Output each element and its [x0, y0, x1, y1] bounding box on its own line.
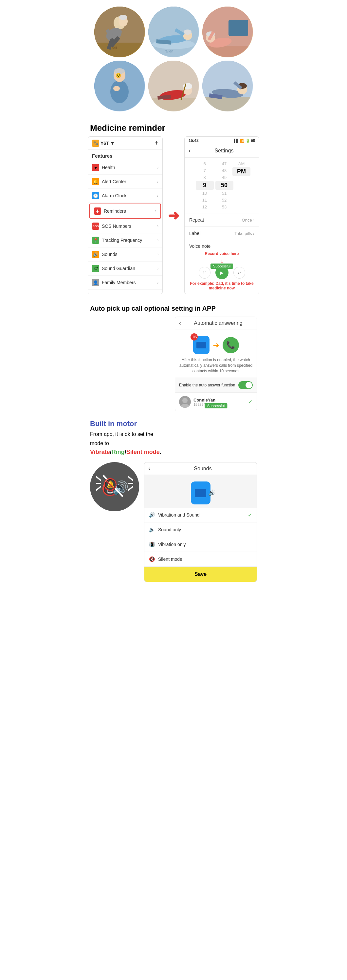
red-arrow-icon: ➜ — [168, 207, 179, 224]
feature-item-family[interactable]: 👤 Family Members › — [88, 276, 162, 290]
auto-pickup-section: Auto pick up call optional setting in AP… — [85, 299, 262, 415]
sounds-panel: ‹ Sounds 🔊 🔊 Vibration and Sound ✓ 🔈 — [144, 462, 257, 582]
svg-point-30 — [113, 86, 120, 91]
svg-point-27 — [110, 80, 128, 103]
label-row[interactable]: Label Take pills › — [185, 227, 259, 240]
alert-label: Alert Center — [102, 179, 157, 184]
silent-mode-text: Silent mode — [126, 449, 160, 455]
label-value: Take pills › — [235, 231, 254, 236]
minute-column[interactable]: 47 48 49 50 51 52 53 — [214, 160, 234, 210]
alert-chevron: › — [157, 179, 158, 184]
ampm-am[interactable]: AM — [238, 160, 245, 167]
example-text: For example: Dad, it's time to take medi… — [189, 281, 254, 290]
auto-back-button[interactable]: ‹ — [179, 320, 181, 326]
sounds-header: ‹ Sounds — [144, 463, 257, 475]
circles-row-bottom: 😣 — [89, 60, 258, 111]
phone-left-panel: 🐾 Y6T ▼ + Features ♥ Health › 🔔 Alert Ce… — [88, 136, 163, 294]
svg-point-15 — [184, 30, 192, 35]
feature-item-alert[interactable]: 🔔 Alert Center › — [88, 175, 162, 189]
family-chevron: › — [157, 280, 158, 285]
voice-note-section: Voice note Record voice here ↓ 4'' ▶ ↩ S… — [185, 240, 259, 294]
feature-item-health[interactable]: ♥ Health › — [88, 161, 162, 175]
toggle-label-text: Enable the auto answer function — [179, 383, 238, 387]
health-label: Health — [102, 165, 157, 170]
label-field-label: Label — [189, 231, 200, 236]
status-right: ▌▌ 📶 🔋 95 — [234, 138, 255, 143]
auto-answering-title: Automatic answering — [184, 320, 253, 326]
logo-icon: 🐾 — [92, 140, 99, 147]
alarm-label: Alarm Clock — [102, 193, 157, 198]
hour-10: 10 — [202, 190, 207, 197]
replay-button[interactable]: ↩ — [233, 267, 245, 278]
svg-point-47 — [181, 404, 190, 408]
sounds-icon-area: 🔊 — [144, 475, 257, 508]
time-picker[interactable]: 6 7 8 9 10 11 12 47 48 49 50 51 52 53 — [185, 158, 259, 213]
add-button[interactable]: + — [155, 139, 158, 147]
sound-option-vibration-and-sound[interactable]: 🔊 Vibration and Sound ✓ — [144, 508, 257, 522]
feature-item-alarm[interactable]: 🕐 Alarm Clock › — [88, 189, 162, 203]
repeat-label: Repeat — [189, 217, 204, 223]
reminders-chevron: › — [155, 209, 157, 213]
tracking-label: Tracking Frequency — [102, 238, 157, 243]
dropdown-arrow[interactable]: ▼ — [110, 141, 115, 146]
vibration-sound-icon: 🔊 — [149, 512, 155, 518]
feature-item-sos[interactable]: SOS SOS Numbers › — [88, 219, 162, 233]
repeat-row[interactable]: Repeat Once › — [185, 213, 259, 227]
settings-title-text: Settings — [193, 148, 255, 154]
family-label: Family Members — [102, 280, 157, 285]
sound-wave-icon: 🔊 — [208, 489, 215, 496]
watch-screen — [196, 342, 206, 348]
feature-item-reminders[interactable]: ✚ Reminders › — [89, 204, 161, 219]
sound-option-silent-mode[interactable]: 🔇 Silent mode — [144, 552, 257, 567]
timer-button[interactable]: 4'' — [199, 267, 211, 278]
back-arrow-button[interactable]: ‹ — [189, 147, 190, 154]
sound-option-vibration-only[interactable]: 📳 Vibration only — [144, 537, 257, 552]
feature-item-sounds[interactable]: 🔊 Sounds › — [88, 247, 162, 262]
reminders-label: Reminders — [104, 208, 155, 214]
toggle-switch[interactable] — [238, 381, 253, 389]
svg-rect-20 — [228, 20, 248, 36]
svg-line-48 — [97, 477, 100, 480]
hour-8: 8 — [203, 174, 206, 181]
svg-line-50 — [97, 487, 100, 490]
ampm-pm-selected[interactable]: PM — [233, 167, 250, 176]
sound-option-sound-only[interactable]: 🔈 Sound only — [144, 522, 257, 537]
svg-text:fallen: fallen — [165, 49, 173, 53]
feature-item-guardian[interactable]: 🛡 Sound Guardian › — [88, 262, 162, 276]
hour-11: 11 — [202, 197, 207, 204]
voice-controls: 4'' ▶ ↩ Successful — [189, 266, 254, 279]
contact-avatar — [179, 396, 191, 408]
battery-value: 95 — [251, 138, 255, 143]
min-49: 49 — [222, 174, 227, 181]
svg-rect-1 — [94, 43, 145, 57]
motor-desc-line1: From app, it is ok to set the — [90, 431, 257, 438]
hour-9-selected[interactable]: 9 — [196, 181, 214, 190]
sound-only-icon: 🔈 — [149, 527, 155, 533]
reminders-icon: ✚ — [94, 207, 101, 215]
feature-item-tracking[interactable]: 📍 Tracking Frequency › — [88, 233, 162, 247]
ampm-column[interactable]: AM PM — [234, 160, 249, 210]
hero-circle-3 — [202, 6, 253, 57]
voice-note-label: Voice note — [189, 243, 254, 249]
min-50-selected[interactable]: 50 — [215, 181, 233, 190]
vibration-sound-label: Vibration and Sound — [158, 512, 248, 517]
timer-badge: 10S — [190, 333, 198, 340]
svg-rect-21 — [202, 46, 253, 57]
min-48: 48 — [222, 167, 227, 174]
contact-name: ConnieYan — [193, 398, 248, 402]
motor-modes-text: Vibrate/Ring/Silent mode. — [90, 449, 257, 456]
sounds-back-button[interactable]: ‹ — [148, 465, 150, 472]
status-time: 15:42 — [189, 138, 199, 143]
svg-point-9 — [119, 15, 127, 20]
save-button[interactable]: Save — [144, 567, 257, 582]
guardian-chevron: › — [157, 266, 158, 271]
ring-mode-text: Ring — [112, 449, 125, 455]
silent-mode-icon: 🔇 — [149, 556, 155, 562]
hour-column[interactable]: 6 7 8 9 10 11 12 — [195, 160, 214, 210]
hour-7: 7 — [203, 167, 206, 174]
sounds-label: Sounds — [102, 252, 157, 257]
hero-section: fall fallen — [85, 0, 262, 118]
tracking-chevron: › — [157, 238, 158, 243]
contact-success-badge: Successful — [204, 403, 227, 408]
svg-text:🔕: 🔕 — [103, 477, 117, 491]
